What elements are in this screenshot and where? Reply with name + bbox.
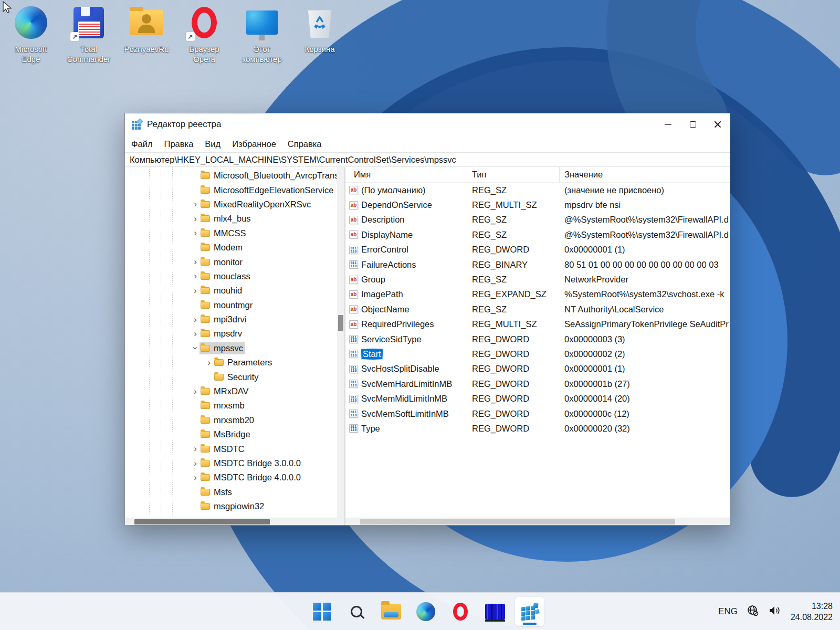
column-header-value[interactable]: Значение	[560, 167, 730, 182]
value-row[interactable]: 011110SvcHostSplitDisableREG_DWORD0x0000…	[345, 362, 730, 376]
tree-item[interactable]: mountmgr	[125, 298, 337, 312]
minimize-button[interactable]	[656, 113, 680, 135]
value-row[interactable]: 011110StartREG_DWORD0x00000002 (2)	[345, 346, 730, 361]
column-header-name[interactable]: Имя	[345, 167, 467, 182]
value-row[interactable]: abDescriptionREG_SZ@%SystemRoot%\system3…	[345, 213, 730, 227]
tree-item[interactable]: ›MSDTC Bridge 4.0.0.0	[125, 470, 337, 485]
clock-time: 13:28	[791, 601, 833, 612]
value-row[interactable]: 011110ServiceSidTypeREG_DWORD0x00000003 …	[345, 332, 730, 346]
scrollbar-thumb[interactable]	[360, 519, 675, 524]
menu-edit[interactable]: Правка	[159, 137, 200, 151]
value-row[interactable]: 011110ErrorControlREG_DWORD0x00000001 (1…	[345, 243, 730, 257]
taskbar-file-explorer[interactable]	[376, 597, 406, 626]
value-row[interactable]: 011110TypeREG_DWORD0x00000020 (32)	[345, 421, 730, 436]
column-header-type[interactable]: Тип	[467, 167, 560, 182]
value-row[interactable]: abObjectNameREG_SZNT Authority\LocalServ…	[345, 302, 730, 317]
menu-file[interactable]: Файл	[125, 137, 159, 151]
tree-item[interactable]: ›mpsdrv	[125, 327, 337, 341]
chevron-right-icon[interactable]: ›	[191, 316, 200, 324]
tree-item[interactable]: ›mlx4_bus	[125, 212, 337, 226]
value-row[interactable]: abRequiredPrivilegesREG_MULTI_SZSeAssign…	[345, 317, 730, 332]
binary-value-icon: 011110	[349, 260, 358, 269]
chevron-right-icon[interactable]: ›	[191, 258, 200, 266]
tree-item[interactable]: Security	[125, 370, 337, 384]
chevron-right-icon[interactable]: ›	[191, 445, 200, 453]
language-indicator[interactable]: ENG	[718, 606, 738, 617]
clock[interactable]: 13:28 24.08.2022	[791, 601, 833, 623]
string-value-icon: ab	[349, 276, 358, 284]
value-row[interactable]: 011110SvcMemMidLimitInMBREG_DWORD0x00000…	[345, 391, 730, 406]
titlebar[interactable]: Редактор реестра	[125, 113, 730, 135]
value-row[interactable]: abDependOnServiceREG_MULTI_SZmpsdrv bfe …	[345, 197, 730, 212]
taskbar-opera[interactable]	[446, 597, 475, 626]
tree-item[interactable]: ›mouclass	[125, 269, 337, 284]
values-horizontal-scrollbar[interactable]	[345, 518, 730, 525]
value-name: Group	[361, 275, 385, 285]
chevron-right-icon[interactable]: ›	[191, 215, 200, 223]
menu-favorites[interactable]: Избранное	[226, 137, 282, 151]
chevron-down-icon[interactable]: ›	[191, 344, 200, 352]
tree-item[interactable]: mrxsmb20	[125, 413, 337, 427]
taskbar-memory-app[interactable]	[480, 597, 510, 626]
value-name: ServiceSidType	[361, 334, 422, 344]
tree-item[interactable]: Msfs	[125, 485, 337, 499]
scrollbar-thumb[interactable]	[134, 519, 270, 524]
value-row[interactable]: 011110SvcMemSoftLimitInMBREG_DWORD0x0000…	[345, 406, 730, 421]
search-icon	[351, 606, 362, 617]
value-row[interactable]: 011110FailureActionsREG_BINARY80 51 01 0…	[345, 257, 730, 272]
tree-item[interactable]: ›MMCSS	[125, 226, 337, 240]
menu-help[interactable]: Справка	[282, 137, 328, 151]
value-row[interactable]: abImagePathREG_EXPAND_SZ%SystemRoot%\sys…	[345, 287, 730, 302]
tree-item[interactable]: ›MSDTC Bridge 3.0.0.0	[125, 456, 337, 470]
address-bar[interactable]: Компьютер\HKEY_LOCAL_MACHINE\SYSTEM\Curr…	[125, 152, 730, 167]
tree-item[interactable]: ›MRxDAV	[125, 384, 337, 398]
taskbar-registry-editor-active[interactable]	[515, 597, 544, 626]
chevron-right-icon[interactable]: ›	[191, 459, 200, 468]
start-button[interactable]	[307, 597, 337, 626]
tree-horizontal-scrollbar[interactable]	[125, 518, 344, 525]
taskbar-edge[interactable]	[411, 597, 440, 626]
chevron-right-icon[interactable]: ›	[191, 200, 200, 208]
desktop-icon-total-commander[interactable]: ↗ Total Commander	[60, 3, 118, 64]
binary-value-icon: 011110	[349, 246, 358, 254]
chevron-right-icon[interactable]: ›	[205, 359, 213, 367]
desktop-icon-poznyaevru[interactable]: PoznyaevRu	[118, 3, 175, 64]
tree-item[interactable]: msgpiowin32	[125, 499, 337, 513]
tree-vertical-scrollbar[interactable]	[337, 167, 344, 518]
tree-item[interactable]: MicrosoftEdgeElevationService	[125, 183, 337, 197]
value-row[interactable]: abDisplayNameREG_SZ@%SystemRoot%\system3…	[345, 227, 730, 242]
tree-item-label: MsBridge	[214, 429, 250, 439]
tree-item[interactable]: ›MixedRealityOpenXRSvc	[125, 197, 337, 212]
chevron-right-icon[interactable]: ›	[191, 229, 200, 237]
tree-item[interactable]: ›mpi3drvi	[125, 312, 337, 327]
chevron-right-icon[interactable]: ›	[191, 272, 200, 280]
value-row[interactable]: ab(По умолчанию)REG_SZ(значение не присв…	[345, 183, 730, 197]
scrollbar-thumb[interactable]	[338, 315, 343, 331]
folder-icon	[201, 230, 210, 237]
value-row[interactable]: abGroupREG_SZNetworkProvider	[345, 272, 730, 287]
tree-item[interactable]: ›Parameters	[125, 355, 337, 370]
taskbar-search-button[interactable]	[342, 597, 371, 626]
chevron-right-icon[interactable]: ›	[191, 387, 200, 396]
tree-item[interactable]: ›mouhid	[125, 284, 337, 298]
menu-view[interactable]: Вид	[199, 137, 226, 151]
tree-item[interactable]: ›MSDTC	[125, 442, 337, 456]
maximize-button[interactable]	[680, 113, 705, 135]
tree-item[interactable]: Modem	[125, 240, 337, 255]
value-row[interactable]: 011110SvcMemHardLimitInMBREG_DWORD0x0000…	[345, 376, 730, 391]
chevron-right-icon[interactable]: ›	[191, 287, 200, 295]
network-globe-icon[interactable]	[747, 604, 759, 619]
chevron-right-icon[interactable]: ›	[191, 330, 200, 338]
chevron-right-icon[interactable]: ›	[191, 474, 200, 482]
close-button[interactable]	[705, 113, 730, 135]
tree-item[interactable]: ›monitor	[125, 255, 337, 269]
tree-item[interactable]: MsBridge	[125, 427, 337, 442]
tree-item[interactable]: mrxsmb	[125, 398, 337, 413]
tree-item[interactable]: ›mpssvc	[125, 341, 337, 355]
tree-item[interactable]: Microsoft_Bluetooth_AvrcpTransport	[125, 169, 337, 183]
desktop-icon-this-pc[interactable]: Этот компьютер	[233, 3, 291, 64]
folder-icon	[201, 287, 210, 294]
desktop-icon-recycle-bin[interactable]: Корзина	[291, 3, 349, 64]
volume-icon[interactable]	[768, 604, 782, 619]
desktop-icon-opera[interactable]: ↗ Браузер Opera	[175, 3, 233, 64]
